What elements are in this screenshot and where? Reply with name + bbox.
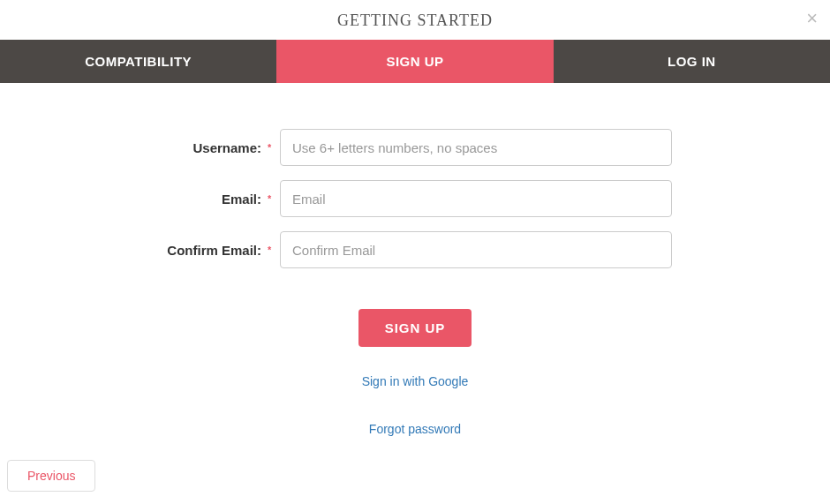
username-row: Username: * bbox=[0, 129, 830, 166]
email-row: Email: * bbox=[0, 180, 830, 217]
tab-login[interactable]: LOG IN bbox=[554, 40, 830, 83]
confirm-email-row: Confirm Email: * bbox=[0, 231, 830, 268]
tab-compatibility[interactable]: COMPATIBILITY bbox=[0, 40, 276, 83]
username-label: Username: bbox=[0, 140, 265, 155]
confirm-email-label: Confirm Email: bbox=[0, 243, 265, 258]
forgot-password-row: Forgot password bbox=[0, 421, 830, 437]
modal-title: GETTING STARTED bbox=[337, 11, 493, 29]
required-indicator: * bbox=[268, 244, 280, 255]
forgot-password-link[interactable]: Forgot password bbox=[369, 422, 461, 436]
signup-button[interactable]: SIGN UP bbox=[358, 309, 472, 347]
username-input[interactable] bbox=[280, 129, 672, 166]
google-signin-row: Sign in with Google bbox=[0, 373, 830, 389]
signup-form: Username: * Email: * Confirm Email: * SI… bbox=[0, 83, 830, 437]
required-indicator: * bbox=[268, 142, 280, 153]
required-indicator: * bbox=[268, 193, 280, 204]
form-actions: SIGN UP bbox=[0, 309, 830, 347]
confirm-email-input[interactable] bbox=[280, 231, 672, 268]
email-label: Email: bbox=[0, 192, 265, 207]
previous-button[interactable]: Previous bbox=[7, 460, 95, 492]
google-signin-link[interactable]: Sign in with Google bbox=[362, 374, 469, 388]
tab-bar: COMPATIBILITY SIGN UP LOG IN bbox=[0, 40, 830, 83]
close-icon[interactable]: × bbox=[806, 9, 818, 28]
email-input[interactable] bbox=[280, 180, 672, 217]
modal-header: GETTING STARTED × bbox=[0, 0, 830, 40]
tab-signup[interactable]: SIGN UP bbox=[276, 40, 553, 83]
